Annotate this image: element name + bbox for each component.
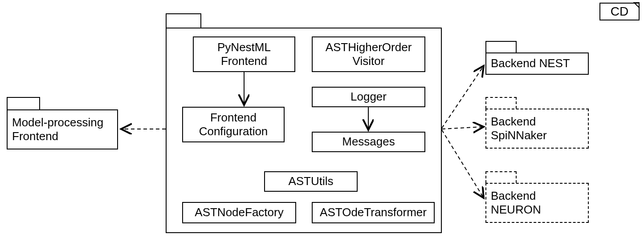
cd-label: CD: [599, 3, 640, 20]
left-package-label: Model-processing Frontend: [12, 116, 103, 143]
backend-neuron-body: Backend NEURON: [485, 183, 589, 223]
class-ode-transformer: ASTOdeTransformer: [312, 202, 435, 223]
svg-line-5: [442, 130, 484, 198]
class-higher-order-visitor: ASTHigherOrder Visitor: [312, 36, 425, 72]
class-node-factory: ASTNodeFactory: [182, 202, 296, 223]
class-frontend-config: Frontend Configuration: [182, 107, 285, 142]
backend-neuron-tab: [485, 171, 517, 183]
svg-line-3: [442, 66, 484, 128]
class-ast-utils: ASTUtils: [264, 171, 358, 192]
class-pynestml-frontend: PyNestML Frontend: [193, 36, 295, 72]
class-higher-order-label: ASTHigherOrder Visitor: [326, 40, 412, 68]
class-ode-transformer-label: ASTOdeTransformer: [320, 206, 427, 219]
class-logger-label: Logger: [351, 90, 387, 104]
backend-neuron-label: Backend NEURON: [491, 189, 541, 217]
left-package-body: Model-processing Frontend: [7, 109, 118, 149]
backend-spinnaker-tab: [485, 97, 517, 109]
class-frontend-config-label: Frontend Configuration: [199, 111, 268, 138]
svg-line-4: [442, 127, 484, 129]
center-package-tab: [166, 13, 201, 28]
backend-spinnaker-label: Backend SpiNNaker: [491, 115, 547, 142]
backend-nest-tab: [485, 41, 517, 52]
backend-nest-label: Backend NEST: [491, 56, 570, 70]
backend-nest-body: Backend NEST: [485, 52, 589, 75]
class-ast-utils-label: ASTUtils: [288, 174, 333, 188]
class-messages-label: Messages: [342, 135, 395, 149]
class-node-factory-label: ASTNodeFactory: [195, 206, 283, 219]
left-package-tab: [7, 97, 40, 109]
class-pynestml-label: PyNestML Frontend: [217, 40, 271, 68]
class-logger: Logger: [312, 87, 425, 107]
class-messages: Messages: [312, 132, 425, 152]
cd-text: CD: [611, 4, 628, 19]
backend-spinnaker-body: Backend SpiNNaker: [485, 109, 589, 149]
